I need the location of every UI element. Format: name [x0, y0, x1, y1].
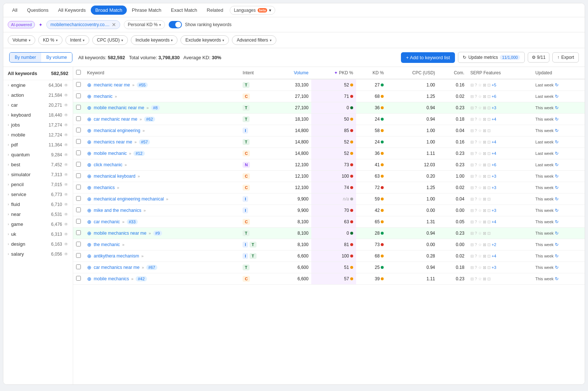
- add-keyword-icon[interactable]: ⊕: [87, 242, 92, 248]
- filter-volume[interactable]: Volume ▾: [8, 35, 35, 45]
- refresh-icon[interactable]: ↻: [555, 162, 559, 167]
- row-checkbox-cell[interactable]: [73, 136, 84, 148]
- keyword-text[interactable]: car mechanic near me: [94, 117, 137, 122]
- row-checkbox-cell[interactable]: [73, 182, 84, 193]
- row-checkbox-cell[interactable]: [73, 148, 84, 159]
- filter-kd[interactable]: KD % ▾: [38, 35, 62, 45]
- row-checkbox-cell[interactable]: [73, 262, 84, 273]
- keyword-text[interactable]: antikythera mechanism: [94, 253, 139, 259]
- row-checkbox[interactable]: [76, 139, 81, 144]
- eye-icon[interactable]: 👁: [64, 242, 68, 247]
- eye-icon[interactable]: 👁: [64, 172, 68, 177]
- keyword-text[interactable]: click mechanic: [94, 162, 122, 167]
- keyword-text[interactable]: the mechanic: [94, 242, 120, 247]
- row-checkbox[interactable]: [76, 185, 81, 189]
- filter-exclude[interactable]: Exclude keywords ▾: [180, 35, 229, 45]
- row-checkbox-cell[interactable]: [73, 239, 84, 250]
- row-checkbox-cell[interactable]: [73, 79, 84, 91]
- add-keyword-icon[interactable]: ⊕: [87, 128, 92, 134]
- eye-icon[interactable]: 👁: [64, 113, 68, 118]
- tab-exact[interactable]: Exact Match: [166, 6, 202, 15]
- tab-phrase[interactable]: Phrase Match: [128, 6, 166, 15]
- refresh-icon[interactable]: ↻: [555, 253, 559, 259]
- row-checkbox[interactable]: [76, 82, 81, 87]
- row-checkbox-cell[interactable]: [73, 91, 84, 102]
- tab-allkw[interactable]: All Keywords: [54, 6, 90, 15]
- add-keyword-icon[interactable]: ⊕: [87, 173, 92, 179]
- filter-intent[interactable]: Intent ▾: [65, 35, 89, 45]
- sidebar-item-pdf[interactable]: › pdf 11,364 👁: [3, 140, 73, 150]
- refresh-icon[interactable]: ↻: [555, 105, 559, 110]
- row-checkbox[interactable]: [76, 116, 81, 121]
- view-by-number-btn[interactable]: By number: [10, 53, 41, 62]
- filter-include[interactable]: Include keywords ▾: [131, 35, 178, 45]
- sidebar-item-game[interactable]: › game 6,476 👁: [3, 219, 73, 229]
- tab-all[interactable]: All: [8, 6, 22, 15]
- keyword-text[interactable]: mechanical engineering: [94, 128, 140, 133]
- export-button[interactable]: ↑ Export: [552, 52, 579, 63]
- languages-button[interactable]: Languages beta ▾: [230, 6, 275, 15]
- refresh-icon[interactable]: ↻: [555, 82, 559, 88]
- add-keyword-icon[interactable]: ⊕: [87, 82, 92, 88]
- keyword-text[interactable]: mobile mechanic near me: [94, 105, 144, 110]
- row-checkbox-cell[interactable]: [73, 114, 84, 125]
- eye-icon[interactable]: 👁: [64, 122, 68, 128]
- keyword-text[interactable]: mike and the mechanics: [94, 208, 141, 213]
- refresh-icon[interactable]: ↻: [555, 276, 559, 281]
- refresh-icon[interactable]: ↻: [555, 174, 559, 179]
- row-checkbox-cell[interactable]: [73, 273, 84, 285]
- add-keyword-icon[interactable]: ⊕: [87, 116, 92, 122]
- row-checkbox-cell[interactable]: [73, 159, 84, 171]
- sidebar-item-action[interactable]: › action 21,584 👁: [3, 90, 73, 100]
- refresh-icon[interactable]: ↻: [555, 139, 559, 145]
- sidebar-item-design[interactable]: › design 6,163 👁: [3, 239, 73, 249]
- tab-related[interactable]: Related: [202, 6, 228, 15]
- row-checkbox[interactable]: [76, 207, 81, 212]
- refresh-icon[interactable]: ↻: [555, 208, 559, 213]
- add-keyword-icon[interactable]: ⊕: [87, 230, 92, 236]
- row-checkbox[interactable]: [76, 242, 81, 246]
- eye-icon[interactable]: 👁: [64, 132, 68, 138]
- sidebar-item-best[interactable]: › best 7,452 👁: [3, 160, 73, 170]
- tab-questions[interactable]: Questions: [22, 6, 53, 15]
- eye-icon[interactable]: 👁: [64, 222, 68, 227]
- filter-cpc[interactable]: CPC (USD) ▾: [92, 35, 128, 45]
- row-checkbox-cell[interactable]: [73, 171, 84, 182]
- row-checkbox[interactable]: [76, 264, 81, 269]
- keyword-text[interactable]: mechanic near me: [94, 82, 130, 88]
- add-keyword-icon[interactable]: ⊕: [87, 219, 92, 225]
- add-keyword-icon[interactable]: ⊕: [87, 105, 92, 111]
- eye-icon[interactable]: 👁: [64, 252, 68, 257]
- keyword-text[interactable]: mechanics near me: [94, 139, 132, 145]
- eye-icon[interactable]: 👁: [64, 103, 68, 108]
- sidebar-item-service[interactable]: › service 6,773 👁: [3, 189, 73, 199]
- refresh-icon[interactable]: ↻: [555, 265, 559, 270]
- keyword-text[interactable]: mechanical engineering mechanical: [94, 196, 164, 202]
- add-keyword-icon[interactable]: ⊕: [87, 185, 92, 191]
- sidebar-item-simulator[interactable]: › simulator 7,313 👁: [3, 170, 73, 179]
- view-by-volume-btn[interactable]: By volume: [41, 53, 72, 62]
- add-keyword-icon[interactable]: ⊕: [87, 93, 92, 99]
- sidebar-item-quantum[interactable]: › quantum 9,284 👁: [3, 150, 73, 160]
- update-metrics-button[interactable]: ↻ Update metrics 11/1,000: [458, 52, 525, 63]
- eye-icon[interactable]: 👁: [64, 232, 68, 237]
- kd-dropdown[interactable]: Personal KD % ▾: [124, 20, 165, 29]
- row-checkbox[interactable]: [76, 150, 81, 155]
- sidebar-item-engine[interactable]: › engine 64,304 👁: [3, 80, 73, 90]
- row-checkbox-cell[interactable]: [73, 125, 84, 136]
- refresh-icon[interactable]: ↻: [555, 151, 559, 156]
- domain-remove-icon[interactable]: ✕: [112, 22, 116, 28]
- add-keyword-icon[interactable]: ⊕: [87, 162, 92, 168]
- row-checkbox-cell[interactable]: [73, 228, 84, 239]
- sidebar-item-car[interactable]: › car 20,271 👁: [3, 100, 73, 110]
- col-volume[interactable]: Volume: [275, 67, 311, 79]
- sidebar-item-fluid[interactable]: › fluid 6,710 👁: [3, 199, 73, 209]
- row-checkbox-cell[interactable]: [73, 193, 84, 205]
- eye-icon[interactable]: 👁: [64, 162, 68, 167]
- keyword-text[interactable]: car mechanics near me: [94, 265, 140, 270]
- sidebar-item-mobile[interactable]: › mobile 12,724 👁: [3, 130, 73, 140]
- add-keyword-icon[interactable]: ⊕: [87, 276, 92, 282]
- row-checkbox[interactable]: [76, 173, 81, 178]
- row-checkbox[interactable]: [76, 276, 81, 281]
- add-keyword-icon[interactable]: ⊕: [87, 150, 92, 156]
